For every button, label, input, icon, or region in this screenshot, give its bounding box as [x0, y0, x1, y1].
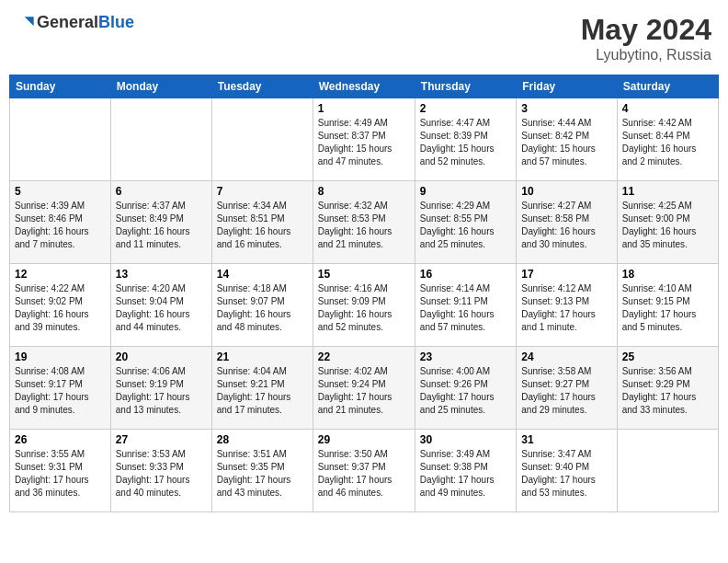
day-info: Sunrise: 4:02 AM Sunset: 9:24 PM Dayligh… — [318, 365, 410, 417]
day-number: 29 — [318, 433, 410, 446]
day-info: Sunrise: 3:58 AM Sunset: 9:27 PM Dayligh… — [521, 365, 611, 417]
day-number: 4 — [622, 102, 713, 115]
calendar-header-row: SundayMondayTuesdayWednesdayThursdayFrid… — [10, 75, 719, 98]
day-number: 14 — [217, 268, 308, 281]
calendar-cell: 15Sunrise: 4:16 AM Sunset: 9:09 PM Dayli… — [313, 264, 415, 347]
day-info: Sunrise: 4:44 AM Sunset: 8:42 PM Dayligh… — [521, 117, 611, 168]
calendar-cell: 2Sunrise: 4:47 AM Sunset: 8:39 PM Daylig… — [415, 98, 516, 181]
calendar-cell: 31Sunrise: 3:47 AM Sunset: 9:40 PM Dayli… — [517, 430, 617, 512]
day-info: Sunrise: 4:10 AM Sunset: 9:15 PM Dayligh… — [622, 282, 713, 334]
day-info: Sunrise: 4:27 AM Sunset: 8:58 PM Dayligh… — [521, 200, 611, 251]
day-number: 17 — [521, 268, 611, 281]
calendar-cell: 21Sunrise: 4:04 AM Sunset: 9:21 PM Dayli… — [211, 347, 313, 430]
day-info: Sunrise: 3:47 AM Sunset: 9:40 PM Dayligh… — [521, 448, 611, 500]
calendar-cell: 18Sunrise: 4:10 AM Sunset: 9:15 PM Dayli… — [617, 264, 718, 347]
day-of-week-header: Monday — [110, 75, 211, 98]
calendar-cell: 10Sunrise: 4:27 AM Sunset: 8:58 PM Dayli… — [517, 181, 617, 264]
calendar-cell: 19Sunrise: 4:08 AM Sunset: 9:17 PM Dayli… — [10, 347, 111, 430]
day-info: Sunrise: 4:06 AM Sunset: 9:19 PM Dayligh… — [116, 365, 207, 417]
calendar-table: SundayMondayTuesdayWednesdayThursdayFrid… — [9, 75, 719, 512]
calendar-cell: 23Sunrise: 4:00 AM Sunset: 9:26 PM Dayli… — [415, 347, 516, 430]
day-info: Sunrise: 3:51 AM Sunset: 9:35 PM Dayligh… — [217, 448, 308, 500]
svg-marker-0 — [25, 17, 34, 26]
day-number: 7 — [217, 185, 308, 198]
day-number: 6 — [116, 185, 207, 198]
day-of-week-header: Friday — [517, 75, 617, 98]
day-number: 15 — [318, 268, 410, 281]
calendar-cell: 30Sunrise: 3:49 AM Sunset: 9:38 PM Dayli… — [415, 430, 516, 512]
calendar-cell: 29Sunrise: 3:50 AM Sunset: 9:37 PM Dayli… — [313, 430, 415, 512]
day-info: Sunrise: 4:04 AM Sunset: 9:21 PM Dayligh… — [217, 365, 308, 417]
day-number: 18 — [622, 268, 713, 281]
day-info: Sunrise: 4:42 AM Sunset: 8:44 PM Dayligh… — [622, 117, 713, 168]
day-info: Sunrise: 4:47 AM Sunset: 8:39 PM Dayligh… — [420, 117, 511, 168]
calendar-cell: 9Sunrise: 4:29 AM Sunset: 8:55 PM Daylig… — [415, 181, 516, 264]
day-number: 22 — [318, 350, 410, 363]
day-info: Sunrise: 3:55 AM Sunset: 9:31 PM Dayligh… — [15, 448, 106, 500]
calendar-cell: 16Sunrise: 4:14 AM Sunset: 9:11 PM Dayli… — [415, 264, 516, 347]
calendar-week-row: 1Sunrise: 4:49 AM Sunset: 8:37 PM Daylig… — [10, 98, 719, 181]
day-number: 19 — [15, 350, 106, 363]
title-section: May 2024 Lyubytino, Russia — [581, 13, 711, 63]
day-info: Sunrise: 4:00 AM Sunset: 9:26 PM Dayligh… — [420, 365, 511, 417]
day-info: Sunrise: 4:49 AM Sunset: 8:37 PM Dayligh… — [318, 117, 410, 168]
day-info: Sunrise: 3:56 AM Sunset: 9:29 PM Dayligh… — [622, 365, 713, 417]
calendar-cell: 5Sunrise: 4:39 AM Sunset: 8:46 PM Daylig… — [10, 181, 111, 264]
day-number: 25 — [622, 350, 713, 363]
day-info: Sunrise: 4:39 AM Sunset: 8:46 PM Dayligh… — [15, 200, 106, 251]
logo-text: GeneralBlue — [37, 13, 134, 32]
day-info: Sunrise: 4:29 AM Sunset: 8:55 PM Dayligh… — [420, 200, 511, 251]
logo-icon — [18, 14, 37, 32]
day-info: Sunrise: 4:08 AM Sunset: 9:17 PM Dayligh… — [15, 365, 106, 417]
day-info: Sunrise: 4:14 AM Sunset: 9:11 PM Dayligh… — [420, 282, 511, 334]
day-info: Sunrise: 4:22 AM Sunset: 9:02 PM Dayligh… — [15, 282, 106, 334]
day-number: 11 — [622, 185, 713, 198]
day-info: Sunrise: 4:12 AM Sunset: 9:13 PM Dayligh… — [521, 282, 611, 334]
day-number: 2 — [420, 102, 511, 115]
calendar-cell: 13Sunrise: 4:20 AM Sunset: 9:04 PM Dayli… — [110, 264, 211, 347]
calendar-cell: 22Sunrise: 4:02 AM Sunset: 9:24 PM Dayli… — [313, 347, 415, 430]
day-info: Sunrise: 4:18 AM Sunset: 9:07 PM Dayligh… — [217, 282, 308, 334]
logo: GeneralBlue — [17, 13, 134, 32]
logo-general: General — [37, 13, 98, 31]
day-of-week-header: Saturday — [617, 75, 718, 98]
calendar-week-row: 12Sunrise: 4:22 AM Sunset: 9:02 PM Dayli… — [10, 264, 719, 347]
day-info: Sunrise: 4:20 AM Sunset: 9:04 PM Dayligh… — [116, 282, 207, 334]
calendar-cell: 26Sunrise: 3:55 AM Sunset: 9:31 PM Dayli… — [10, 430, 111, 512]
calendar-cell — [211, 98, 313, 181]
logo-blue: Blue — [98, 13, 134, 31]
day-number: 31 — [521, 433, 611, 446]
day-number: 9 — [420, 185, 511, 198]
day-number: 13 — [116, 268, 207, 281]
calendar-cell — [10, 98, 111, 181]
day-number: 26 — [15, 433, 106, 446]
day-number: 8 — [318, 185, 410, 198]
day-number: 12 — [15, 268, 106, 281]
month-year-title: May 2024 — [581, 13, 711, 47]
day-number: 3 — [521, 102, 611, 115]
day-info: Sunrise: 3:53 AM Sunset: 9:33 PM Dayligh… — [116, 448, 207, 500]
day-number: 21 — [217, 350, 308, 363]
calendar-cell: 11Sunrise: 4:25 AM Sunset: 9:00 PM Dayli… — [617, 181, 718, 264]
day-number: 28 — [217, 433, 308, 446]
page-header: GeneralBlue May 2024 Lyubytino, Russia — [9, 9, 719, 67]
calendar-week-row: 5Sunrise: 4:39 AM Sunset: 8:46 PM Daylig… — [10, 181, 719, 264]
day-info: Sunrise: 4:25 AM Sunset: 9:00 PM Dayligh… — [622, 200, 713, 251]
day-number: 5 — [15, 185, 106, 198]
day-of-week-header: Wednesday — [313, 75, 415, 98]
day-of-week-header: Sunday — [10, 75, 111, 98]
day-info: Sunrise: 4:37 AM Sunset: 8:49 PM Dayligh… — [116, 200, 207, 251]
calendar-cell: 24Sunrise: 3:58 AM Sunset: 9:27 PM Dayli… — [517, 347, 617, 430]
day-number: 20 — [116, 350, 207, 363]
day-info: Sunrise: 3:49 AM Sunset: 9:38 PM Dayligh… — [420, 448, 511, 500]
calendar-week-row: 19Sunrise: 4:08 AM Sunset: 9:17 PM Dayli… — [10, 347, 719, 430]
calendar-cell — [617, 430, 718, 512]
day-info: Sunrise: 4:34 AM Sunset: 8:51 PM Dayligh… — [217, 200, 308, 251]
day-number: 10 — [521, 185, 611, 198]
day-info: Sunrise: 4:32 AM Sunset: 8:53 PM Dayligh… — [318, 200, 410, 251]
calendar-cell: 28Sunrise: 3:51 AM Sunset: 9:35 PM Dayli… — [211, 430, 313, 512]
day-number: 24 — [521, 350, 611, 363]
day-number: 27 — [116, 433, 207, 446]
calendar-cell: 14Sunrise: 4:18 AM Sunset: 9:07 PM Dayli… — [211, 264, 313, 347]
calendar-cell: 8Sunrise: 4:32 AM Sunset: 8:53 PM Daylig… — [313, 181, 415, 264]
